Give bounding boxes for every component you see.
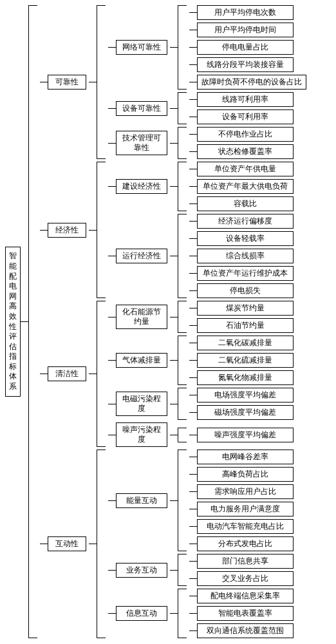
leaf: 设备轻载率	[197, 231, 294, 246]
node-gas-reduce: 气体减排量	[116, 353, 167, 368]
hierarchy-diagram: 智能配电网高效性评估指标体系 可靠性 网络可靠性	[5, 5, 331, 638]
leaf: 状态检修覆盖率	[197, 144, 294, 159]
node-build-economy: 建设经济性	[116, 179, 167, 194]
node-interactive: 互动性	[48, 536, 86, 551]
leaf: 容载比	[197, 196, 294, 211]
root-node: 智能配电网高效性评估指标体系	[5, 247, 21, 396]
leaf: 配电终端信息采集率	[197, 589, 294, 603]
leaf: 交叉业务占比	[197, 571, 294, 586]
connector	[21, 321, 28, 322]
leaf: 停电损失	[197, 283, 294, 298]
node-fossil-saving: 化石能源节约量	[116, 305, 167, 329]
node-reliability: 可靠性	[48, 75, 86, 90]
leaf: 单位资产年供电量	[197, 162, 294, 176]
node-business-interact: 业务互动	[116, 563, 167, 578]
leaf: 故障时负荷不停电的设备占比	[197, 75, 306, 90]
node-network-reliability: 网络可靠性	[116, 40, 167, 55]
node-equip-reliability: 设备可靠性	[116, 101, 167, 116]
node-em-pollution: 电磁污染程度	[116, 392, 167, 416]
leaf: 单位资产年运行维护成本	[197, 266, 294, 281]
node-noise-pollution: 噪声污染程度	[116, 422, 167, 447]
leaf: 煤炭节约量	[197, 301, 294, 316]
leaf: 不停电作业占比	[197, 127, 294, 142]
leaf: 二氧化硫减排量	[197, 353, 294, 368]
node-run-economy: 运行经济性	[116, 249, 167, 263]
leaf: 线路可利用率	[197, 92, 294, 107]
leaf: 用户平均停电时间	[197, 23, 294, 37]
leaf: 经济运行偏移度	[197, 214, 294, 229]
node-energy-interact: 能量互动	[116, 493, 167, 508]
leaf: 石油节约量	[197, 318, 294, 333]
leaf: 需求响应用户占比	[197, 484, 294, 499]
leaf: 部门信息共享	[197, 554, 294, 569]
node-tech-mgmt-reliability: 技术管理可靠性	[116, 131, 167, 155]
bracket	[28, 5, 37, 638]
leaf: 设备可利用率	[197, 109, 294, 124]
leaf: 电网峰谷差率	[197, 450, 294, 464]
leaf: 停电电量占比	[197, 40, 294, 55]
leaf: 分布式发电占比	[197, 536, 294, 551]
leaf: 磁场强度平均偏差	[197, 405, 294, 420]
leaf: 电场强度平均偏差	[197, 388, 294, 402]
leaf: 双向通信系统覆盖范围	[197, 623, 294, 638]
level1-children: 可靠性 网络可靠性 用户平均停电次数 用户平均停电时间	[40, 5, 306, 638]
leaf: 用户平均停电次数	[197, 5, 294, 20]
leaf: 智能电表覆盖率	[197, 606, 294, 621]
leaf: 二氧化碳减排量	[197, 336, 294, 350]
node-economy: 经济性	[48, 223, 86, 238]
leaf: 综合线损率	[197, 249, 294, 263]
leaf: 高峰负荷占比	[197, 467, 294, 482]
leaf: 噪声强度平均偏差	[197, 428, 294, 442]
leaf: 单位资产年最大供电负荷	[197, 179, 294, 194]
node-info-interact: 信息互动	[116, 606, 167, 621]
leaf: 氮氧化物减排量	[197, 370, 294, 385]
leaf: 电动汽车智能充电占比	[197, 519, 294, 534]
leaf: 线路分段平均装接容量	[197, 57, 294, 72]
node-clean: 清洁性	[48, 366, 86, 381]
leaf: 电力服务用户满意度	[197, 502, 294, 516]
